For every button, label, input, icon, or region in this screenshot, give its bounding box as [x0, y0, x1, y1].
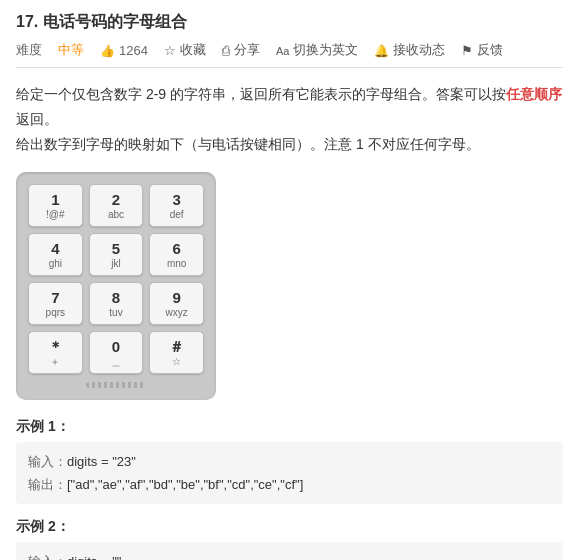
keypad-speaker — [28, 382, 204, 388]
key-7: 7pqrs — [28, 282, 83, 325]
switch-label: 切换为英文 — [293, 41, 358, 59]
star-icon — [164, 43, 176, 58]
share-label: 分享 — [234, 41, 260, 59]
example-2-input: 输入：digits = "" — [28, 550, 551, 560]
feedback-button[interactable]: 反馈 — [461, 41, 503, 59]
collect-label: 收藏 — [180, 41, 206, 59]
key-bottom-0: 0＿ — [89, 331, 144, 374]
difficulty-label: 难度 — [16, 41, 42, 59]
desc-line1: 给定一个仅包含数字 2-9 的字符串，返回所有它能表示的字母组合。答案可以按 — [16, 86, 506, 102]
desc-line3: 给出数字到字母的映射如下（与电话按键相同）。注意 1 不对应任何字母。 — [16, 136, 480, 152]
keypad-bottom-row: ＊＋0＿＃☆ — [28, 331, 204, 374]
example-2-title: 示例 2： — [16, 518, 563, 536]
example-1-box: 输入：digits = "23" 输出：["ad","ae","af","bd"… — [16, 442, 563, 505]
example-1-title: 示例 1： — [16, 418, 563, 436]
key-8: 8tuv — [89, 282, 144, 325]
key-9: 9wxyz — [149, 282, 204, 325]
highlight-text: 任意顺序 — [506, 86, 562, 102]
meta-bar: 难度 中等 1264 收藏 分享 切换为英文 接收动态 反馈 — [16, 41, 563, 68]
key-3: 3def — [149, 184, 204, 227]
likes-item[interactable]: 1264 — [100, 43, 148, 58]
difficulty-value: 中等 — [58, 41, 84, 59]
example-1-output-value: ["ad","ae","af","bd","be","bf","cd","ce"… — [67, 477, 303, 492]
feedback-label: 反馈 — [477, 41, 503, 59]
example-1-input-label: 输入： — [28, 454, 67, 469]
example-1-output: 输出：["ad","ae","af","bd","be","bf","cd","… — [28, 473, 551, 496]
thumb-icon — [100, 43, 115, 58]
share-button[interactable]: 分享 — [222, 41, 260, 59]
bell-icon — [374, 43, 389, 58]
example-1-input: 输入：digits = "23" — [28, 450, 551, 473]
subscribe-button[interactable]: 接收动态 — [374, 41, 445, 59]
subscribe-label: 接收动态 — [393, 41, 445, 59]
example-2-input-label: 输入： — [28, 554, 67, 560]
key-bottom-＊: ＊＋ — [28, 331, 83, 374]
likes-count: 1264 — [119, 43, 148, 58]
example-1: 示例 1： 输入：digits = "23" 输出：["ad","ae","af… — [16, 418, 563, 505]
example-2-box: 输入：digits = "" 输出：[] — [16, 542, 563, 560]
key-5: 5jkl — [89, 233, 144, 276]
share-icon — [222, 43, 230, 58]
key-4: 4ghi — [28, 233, 83, 276]
speaker-grill — [86, 382, 146, 388]
example-1-output-label: 输出： — [28, 477, 67, 492]
collect-button[interactable]: 收藏 — [164, 41, 206, 59]
example-1-input-value: digits = "23" — [67, 454, 136, 469]
example-2-input-value: digits = "" — [67, 554, 121, 560]
flag-icon — [461, 43, 473, 58]
key-1: 1!@# — [28, 184, 83, 227]
desc-line2: 返回。 — [16, 111, 58, 127]
key-2: 2abc — [89, 184, 144, 227]
key-6: 6mno — [149, 233, 204, 276]
description: 给定一个仅包含数字 2-9 的字符串，返回所有它能表示的字母组合。答案可以按任意… — [16, 82, 563, 158]
switch-lang-button[interactable]: 切换为英文 — [276, 41, 358, 59]
keypad-grid: 1!@#2abc3def4ghi5jkl6mno7pqrs8tuv9wxyz — [28, 184, 204, 325]
key-bottom-＃: ＃☆ — [149, 331, 204, 374]
az-icon — [276, 43, 289, 58]
example-2: 示例 2： 输入：digits = "" 输出：[] — [16, 518, 563, 560]
problem-title: 17. 电话号码的字母组合 — [16, 12, 563, 33]
examples-section: 示例 1： 输入：digits = "23" 输出：["ad","ae","af… — [16, 418, 563, 560]
keypad-container: 1!@#2abc3def4ghi5jkl6mno7pqrs8tuv9wxyz ＊… — [16, 172, 216, 400]
